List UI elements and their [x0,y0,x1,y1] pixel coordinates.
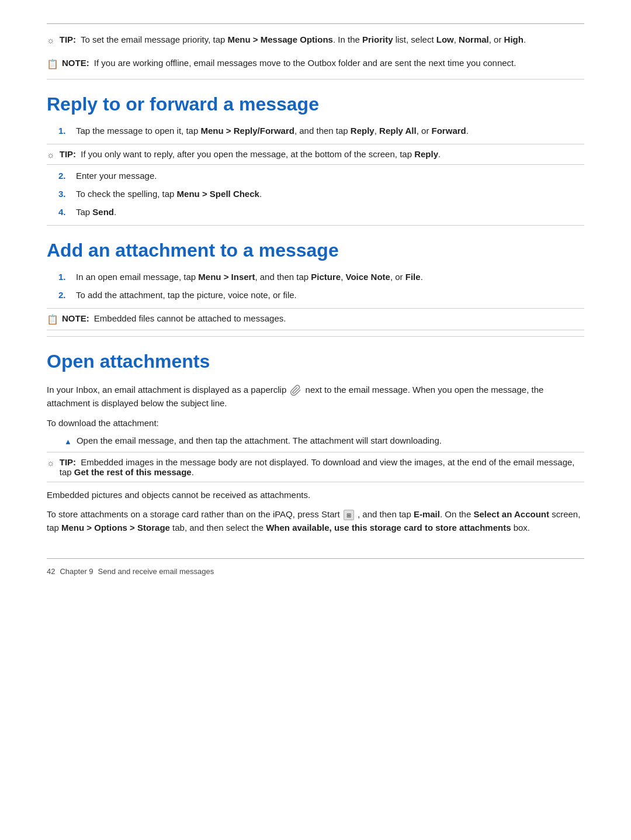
section3-para4: To store attachments on a storage card r… [47,507,584,535]
footer-section: Send and receive email messages [98,567,214,576]
step2-num-1: 1. [58,272,71,282]
step-text-2: Enter your message. [76,171,584,181]
step-2-2: 2. To add the attachment, tap the pictur… [58,290,584,300]
section3-para4-end: . On the [440,509,474,519]
tip-text-5: , or [489,34,504,44]
section1-title: Reply to or forward a message [47,94,584,115]
footer-chapter: Chapter 9 [60,567,93,576]
section1-tip-block: ☼ TIP: If you only want to reply, after … [47,144,584,165]
section2-note-label: NOTE: [62,313,89,323]
step3-end: . [259,189,262,199]
section3-para1-pre: In your Inbox, an email attachment is di… [47,385,286,395]
step-bold-1-3: Reply All [379,126,417,136]
step3-pre: To check the spelling, tap [76,189,177,199]
step2-num-2: 2. [58,290,71,300]
top-tip-text: TIP: To set the email message priority, … [60,34,526,44]
section1-tip-label: TIP: [60,149,76,159]
tip-text-2: . In the [333,34,362,44]
step-1-4: 4. Tap Send. [58,207,584,217]
step4-bold: Send [92,207,114,217]
section1-tip-bold: Reply [414,149,438,159]
tip-text-4: , [454,34,459,44]
start-icon: ⊞ [344,510,354,520]
step-text-mid3-1: , or [417,126,432,136]
tip-bold-4: Normal [459,34,489,44]
s2step1-pre: In an open email message, tap [76,272,198,282]
step4-pre: Tap [76,207,92,217]
step-1-1: 1. Tap the message to open it, tap Menu … [58,126,584,136]
step-text-pre-1: Tap the message to open it, tap [76,126,200,136]
tip-text-1: To set the email message priority, tap [81,34,228,44]
step-num-1: 1. [58,126,71,136]
section3-para4-bold4: When available, use this storage card to… [266,523,511,533]
step-bold-1-1: Menu > Reply/Forward [200,126,294,136]
section1-tip-text: TIP: If you only want to reply, after yo… [60,149,441,159]
section2-note-icon: 📋 [47,314,58,325]
section3-tip-block: ☼ TIP: Embedded images in the message bo… [47,452,584,482]
section3-para2: To download the attachment: [47,416,584,430]
step-text-3: To check the spelling, tap Menu > Spell … [76,189,584,199]
step-text-mid-1: , and then tap [294,126,351,136]
section3-para4-pre: To store attachments on a storage card r… [47,509,340,519]
footer: 42 Chapter 9 Send and receive email mess… [47,565,584,576]
section3-para4-text4: box. [511,523,530,533]
section3-bullet: ▲ Open the email message, and then tap t… [64,435,584,446]
step2-text-1: In an open email message, tap Menu > Ins… [76,272,584,282]
step-1-2: 2. Enter your message. [58,171,584,181]
section3-tip-label: TIP: [60,457,76,467]
section3-tip-bold: Get the rest of this message [74,467,192,477]
tip-bold-5: High [504,34,523,44]
section3-title: Open attachments [47,351,584,372]
section3-bullet-text: Open the email message, and then tap the… [77,435,442,445]
section2-top-divider [47,225,584,226]
section2-note-block: 📋 NOTE: Embedded files cannot be attache… [47,308,584,330]
section2-note-body: Embedded files cannot be attached to mes… [94,313,286,323]
section3-top-divider [47,336,584,337]
section3-para4-bold1: E-mail [414,509,440,519]
step3-bold: Menu > Spell Check [177,189,259,199]
s2step1-bold4: File [405,272,421,282]
section3-tip-text: TIP: Embedded images in the message body… [60,457,584,477]
paperclip-icon [290,385,301,396]
s2step1-bold2: Picture [311,272,341,282]
section2-steps: 1. In an open email message, tap Menu > … [58,272,584,300]
s2step1-bold1: Menu > Insert [198,272,255,282]
step-text-mid2-1: , [375,126,379,136]
step-text-4: Tap Send. [76,207,584,217]
s2step1-mid2: , [341,272,345,282]
section3-tip-sun-icon: ☼ [47,458,55,468]
section1-tip-sun-icon: ☼ [47,150,55,160]
note-text: If you are working offline, email messag… [94,58,516,68]
footer-divider [47,558,584,559]
section2-note-text: NOTE: Embedded files cannot be attached … [62,313,286,323]
step-text-end-1: . [466,126,469,136]
step-2-1: 1. In an open email message, tap Menu > … [58,272,584,282]
tip-text-3: list, select [393,34,436,44]
tip-text-6: . [523,34,526,44]
step4-end: . [114,207,116,217]
footer-page-num: 42 [47,567,55,576]
top-note-text: NOTE: If you are working offline, email … [62,58,516,68]
section3-tip-end: . [192,467,194,477]
section2-title: Add an attachment to a message [47,240,584,261]
section3-para4-mid: , and then tap [358,509,414,519]
step-text-1: Tap the message to open it, tap Menu > R… [76,126,584,136]
section3-para1: In your Inbox, an email attachment is di… [47,383,584,410]
section1-tip-end: . [438,149,441,159]
step-bold-1-2: Reply [351,126,375,136]
s2step1-mid: , and then tap [255,272,311,282]
section1-steps-2to4: 2. Enter your message. 3. To check the s… [58,171,584,217]
step-num-3: 3. [58,189,71,199]
tip-bold-2: Priority [362,34,393,44]
section3-para4-bold3: Menu > Options > Storage [61,523,170,533]
tip-sun-icon: ☼ [47,35,55,45]
s2step1-mid3: , or [390,272,405,282]
bullet-triangle-icon: ▲ [64,437,72,446]
step-1-3: 3. To check the spelling, tap Menu > Spe… [58,189,584,199]
s2step1-bold3: Voice Note [346,272,390,282]
note-book-icon: 📋 [47,58,58,70]
section3-para4-text3: tab, and then select the [170,523,266,533]
s2step1-end: . [421,272,423,282]
tip-bold-3: Low [436,34,454,44]
tip-bold-1: Menu > Message Options [228,34,333,44]
